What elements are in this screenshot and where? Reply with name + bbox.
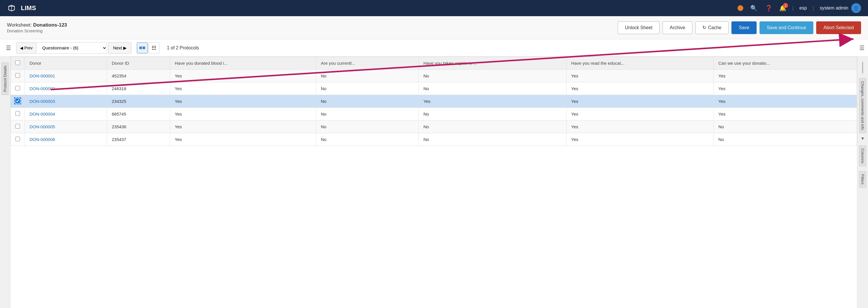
row-q3: Yes — [418, 95, 566, 108]
col-q5: Can we use your donatio... — [713, 57, 857, 70]
left-sidebar: Protocol Details — [0, 57, 10, 308]
row-donor: DON-000002 — [25, 82, 107, 95]
cache-button[interactable]: ↻ Cache — [695, 22, 728, 34]
next-arrow-icon: ▶ — [123, 45, 127, 50]
avatar[interactable]: 👤 — [851, 3, 861, 13]
table-row: DON-000006235437YesNoNoYesNo — [11, 133, 857, 146]
table-row: DON-000003234325YesNoYesYesYes — [11, 95, 857, 108]
row-checkbox[interactable] — [16, 137, 20, 141]
row-q4: Yes — [566, 108, 714, 121]
row-donor: DON-000004 — [25, 108, 107, 121]
protocol-select[interactable]: Questionnaire - (6) — [38, 42, 107, 54]
archive-button[interactable]: Archive — [662, 22, 692, 34]
row-q5: Yes — [713, 70, 857, 82]
row-checkbox-cell — [11, 121, 25, 133]
prev-arrow-icon: ◀ — [20, 46, 23, 50]
unlock-sheet-button[interactable]: Unlock Sheet — [618, 22, 660, 34]
donor-link[interactable]: DON-000006 — [30, 137, 55, 142]
notification-count: 1 — [783, 3, 788, 8]
donor-link[interactable]: DON-000005 — [30, 124, 55, 129]
select-all-checkbox[interactable] — [16, 60, 20, 65]
row-q3: No — [418, 133, 566, 146]
donor-link[interactable]: DON-000001 — [30, 73, 55, 78]
row-q2: No — [316, 70, 418, 82]
col-q2: Are you currentl... — [316, 57, 418, 70]
next-button[interactable]: Next ▶ — [108, 42, 132, 54]
row-q5: Yes — [713, 95, 857, 108]
row-checkbox[interactable] — [16, 124, 20, 129]
row-checkbox[interactable] — [16, 86, 20, 91]
filters-tab[interactable]: Filters — [859, 171, 866, 187]
main-layout: Protocol Details Donor Donor ID Have you… — [0, 57, 868, 308]
help-icon[interactable]: ❓ — [764, 3, 773, 13]
status-indicator — [738, 5, 743, 11]
notification-bell[interactable]: 🔔 1 — [779, 5, 786, 11]
row-donor-id: 234325 — [107, 95, 170, 108]
collapse-arrow-icon[interactable]: ▼ — [861, 136, 865, 141]
row-q3: No — [418, 82, 566, 95]
nav-lang: esp — [799, 5, 807, 11]
prev-button[interactable]: ◀ Prev — [16, 42, 36, 54]
nav-icons: 🔍 ❓ 🔔 1 | esp | system admin 👤 — [738, 3, 861, 13]
row-q4: Yes — [566, 82, 714, 95]
row-checkbox[interactable] — [16, 73, 20, 78]
right-sidebar: Changes, comments and info ▼ Columns Fil… — [857, 57, 868, 308]
row-q4: Yes — [566, 95, 714, 108]
protocols-label: 1 of 2 Protocols — [167, 45, 199, 50]
worksheet-subtitle: Donation Screening — [7, 29, 613, 33]
table-row: DON-000002246318YesNoNoYesYes — [11, 82, 857, 95]
row-q2: No — [316, 108, 418, 121]
row-checkbox-cell — [11, 82, 25, 95]
row-checkbox[interactable] — [16, 99, 20, 103]
row-donor-id: 452354 — [107, 70, 170, 82]
worksheet-title: Worksheet: Donations-123 — [7, 22, 613, 28]
nav-bar: LIMS 🔍 ❓ 🔔 1 | esp | system admin 👤 — [0, 0, 868, 16]
menu-icon[interactable]: ☰ — [3, 43, 13, 53]
col-checkbox — [11, 57, 25, 70]
abort-selected-button[interactable]: Abort Selected — [816, 22, 861, 34]
protocol-details-tab[interactable]: Protocol Details — [1, 62, 9, 95]
title-group: Worksheet: Donations-123 Donation Screen… — [7, 22, 613, 33]
cache-icon: ↻ — [703, 25, 706, 30]
row-checkbox[interactable] — [16, 111, 20, 116]
subheader-actions: Unlock Sheet Archive ↻ Cache Save Save a… — [618, 22, 861, 34]
donor-link[interactable]: DON-000002 — [30, 86, 55, 91]
save-and-continue-button[interactable]: Save and Continue — [760, 22, 813, 34]
row-q1: Yes — [170, 121, 316, 133]
row-q5: Yes — [713, 82, 857, 95]
row-q2: No — [316, 121, 418, 133]
grid-view-button[interactable]: ■■ — [137, 42, 148, 54]
row-q4: Yes — [566, 70, 714, 82]
row-q4: Yes — [566, 133, 714, 146]
table-row: DON-000005235436YesNoNoYesNo — [11, 121, 857, 133]
columns-tab[interactable]: Columns — [859, 145, 866, 166]
row-q2: No — [316, 133, 418, 146]
list-view-button[interactable]: ☷ — [148, 42, 159, 54]
col-donor-id: Donor ID — [107, 57, 170, 70]
row-q1: Yes — [170, 95, 316, 108]
row-donor: DON-000005 — [25, 121, 107, 133]
row-donor-id: 235436 — [107, 121, 170, 133]
search-icon[interactable]: 🔍 — [749, 3, 758, 13]
table-header-row: Donor Donor ID Have you donated blood i.… — [11, 57, 857, 70]
toolbar-nav: ◀ Prev Questionnaire - (6) Next ▶ — [16, 42, 132, 54]
nav-logo: LIMS — [21, 4, 36, 12]
toolbar: ☰ ◀ Prev Questionnaire - (6) Next ▶ ■■ ☷… — [0, 39, 868, 57]
table-row: DON-000001452354YesNoNoYesYes — [11, 70, 857, 82]
donor-link[interactable]: DON-000003 — [30, 99, 55, 104]
row-q4: Yes — [566, 121, 714, 133]
toolbar-right-menu-icon[interactable]: ☰ — [859, 44, 865, 52]
col-donor: Donor — [25, 57, 107, 70]
nav-user: system admin 👤 — [820, 3, 861, 13]
donor-link[interactable]: DON-000004 — [30, 111, 55, 116]
row-donor: DON-000003 — [25, 95, 107, 108]
changes-comments-tab[interactable]: Changes, comments and info — [859, 78, 866, 133]
row-q1: Yes — [170, 133, 316, 146]
app-name: LIMS — [21, 4, 36, 12]
save-button[interactable]: Save — [732, 22, 756, 34]
col-q3: Have you taken aspirin in ... — [418, 57, 566, 70]
table-row: DON-000004685745YesNoNoYesYes — [11, 108, 857, 121]
row-q2: No — [316, 95, 418, 108]
row-q3: No — [418, 70, 566, 82]
row-donor-id: 235437 — [107, 133, 170, 146]
